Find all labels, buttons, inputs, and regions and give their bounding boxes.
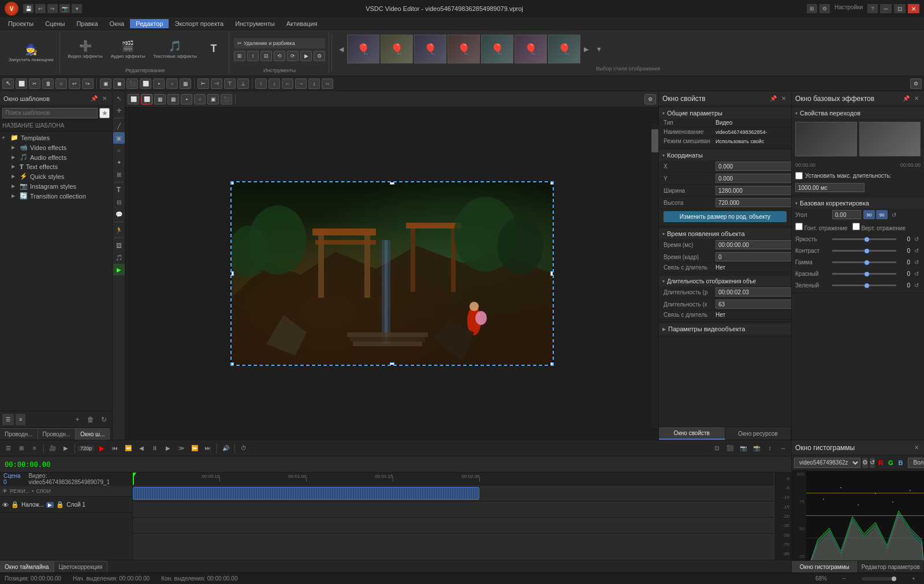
- gamma-reset[interactable]: ↺: [912, 258, 921, 266]
- video-frame[interactable]: [230, 181, 554, 366]
- tb-gear[interactable]: ⚙: [910, 78, 922, 89]
- qa-save[interactable]: 💾: [23, 4, 33, 13]
- tl-tb-back[interactable]: ⏮: [109, 443, 121, 454]
- tl-tb-volume[interactable]: 🔊: [220, 443, 232, 454]
- reflect-h-check[interactable]: [795, 223, 803, 230]
- vt-run[interactable]: 🏃: [113, 224, 125, 235]
- qa-undo[interactable]: ↩: [35, 4, 46, 13]
- hist-tab-params[interactable]: Редактор параметров: [858, 561, 925, 572]
- section-appear-header[interactable]: ▾ Время появления объекта: [659, 229, 791, 239]
- lt-del-icon[interactable]: 🗑: [85, 414, 96, 425]
- lt-btn-1[interactable]: ☰: [2, 414, 14, 425]
- prop-time-frame-input[interactable]: [716, 252, 791, 261]
- resize-handle-tr[interactable]: [550, 182, 553, 185]
- canvas-scrollbar-right[interactable]: [651, 123, 658, 428]
- effect-thumb-1[interactable]: [795, 122, 857, 156]
- tl-tb-fast[interactable]: ⏩: [189, 443, 200, 454]
- style-thumb-3[interactable]: 🎈: [414, 35, 446, 63]
- resize-handle-bl[interactable]: [232, 362, 234, 365]
- tb-cut[interactable]: ✂: [29, 78, 40, 89]
- qa-dropdown[interactable]: ▾: [72, 4, 82, 13]
- lt-refresh-icon[interactable]: ↻: [98, 414, 110, 425]
- canvas-tb-grid4[interactable]: ▫: [194, 94, 206, 104]
- minimize-btn[interactable]: ─: [880, 4, 892, 13]
- tree-item-templates[interactable]: ▾ 📁 Templates: [0, 133, 112, 143]
- tab-explorer1[interactable]: Проводн...: [0, 428, 38, 440]
- vt-transform[interactable]: ⊞: [113, 169, 125, 180]
- tab-colorcorrect[interactable]: Цветокоррекция: [54, 561, 108, 572]
- style-thumb-6[interactable]: 🎈: [515, 35, 547, 63]
- tl-tb-frame-prev[interactable]: ◀: [136, 443, 147, 454]
- tb-align4[interactable]: →: [295, 78, 307, 89]
- tb-shapes5[interactable]: ▪: [153, 78, 165, 89]
- window-something[interactable]: ⊞: [807, 4, 817, 13]
- green-reset[interactable]: ↺: [912, 281, 921, 289]
- track-clip-video[interactable]: [133, 487, 479, 500]
- status-zoom-out[interactable]: −: [839, 574, 850, 584]
- canvas-tb-grid3[interactable]: ▪: [181, 94, 192, 104]
- tb-connect2[interactable]: ⊣: [211, 78, 222, 89]
- ribbon-tb-5[interactable]: ⟳: [287, 51, 299, 61]
- tl-tb-1[interactable]: ☰: [2, 443, 14, 454]
- vt-circle[interactable]: ○: [113, 144, 125, 156]
- effect-thumb-2[interactable]: [859, 122, 921, 156]
- resize-handle-bm[interactable]: [390, 362, 394, 365]
- vt-move[interactable]: ✛: [113, 104, 125, 116]
- tl-tb-screen[interactable]: ⊡: [711, 443, 722, 454]
- maxdur-input[interactable]: [795, 183, 865, 192]
- tb-undo[interactable]: ↩: [69, 78, 80, 89]
- reflect-v-label[interactable]: Верт. отражение: [852, 223, 906, 231]
- qa-capture[interactable]: 📷: [59, 4, 70, 13]
- close-btn[interactable]: ✕: [908, 4, 919, 13]
- canvas-tb-grid5[interactable]: ▣: [207, 94, 219, 104]
- tl-layer-lock[interactable]: 🔒: [11, 501, 19, 508]
- reflect-h-label[interactable]: Гонт. отражение: [795, 223, 848, 231]
- tb-box[interactable]: ⬜: [16, 78, 27, 89]
- hist-channel-g[interactable]: G: [886, 459, 895, 466]
- tl-tb-collapse[interactable]: ↔: [777, 443, 789, 454]
- tree-item-text-effects[interactable]: ▶ T Text effects: [9, 162, 112, 171]
- angle-btn-1[interactable]: 90: [863, 210, 875, 219]
- canvas-content[interactable]: [125, 107, 658, 440]
- canvas-tb-rect1[interactable]: ⬜: [128, 94, 139, 104]
- style-thumb-1[interactable]: 🎈: [347, 35, 379, 63]
- tl-tb-play[interactable]: ▶: [96, 443, 107, 454]
- style-thumb-4[interactable]: 🎈: [448, 35, 480, 63]
- resize-handle-ml[interactable]: [232, 271, 234, 276]
- tl-tb-clock[interactable]: ⏱: [238, 443, 249, 454]
- section-coords-header[interactable]: ▾ Координаты: [659, 150, 791, 160]
- hist-btn-settings[interactable]: ⚙: [862, 458, 868, 468]
- props-pin[interactable]: 📌: [769, 95, 777, 103]
- menu-editor[interactable]: Редактор: [130, 19, 169, 28]
- section-transitions-header[interactable]: ▾ Свойства переходов: [792, 108, 924, 118]
- props-close[interactable]: ✕: [780, 95, 788, 103]
- menu-export[interactable]: Экспорт проекта: [169, 19, 229, 28]
- resize-handle-tm[interactable]: [390, 182, 394, 185]
- vt-play[interactable]: ▶: [113, 264, 125, 275]
- canvas-tb-grid2[interactable]: ▩: [167, 94, 179, 104]
- menu-tools[interactable]: Инструменты: [229, 19, 281, 28]
- tree-item-instagram[interactable]: ▶ 📷 Instagram styles: [9, 181, 112, 191]
- angle-input[interactable]: [832, 210, 861, 219]
- style-thumb-7[interactable]: 🎈: [548, 35, 580, 63]
- menu-activate[interactable]: Активация: [281, 19, 323, 28]
- scrollbar-thumb-v[interactable]: [651, 129, 658, 152]
- resize-btn[interactable]: Изменить размер по род. объекту: [664, 211, 787, 222]
- vt-image[interactable]: 🖼: [113, 239, 125, 251]
- tb-del[interactable]: 🗑: [42, 78, 54, 89]
- tl-tb-4[interactable]: 🎥: [47, 443, 58, 454]
- style-expand[interactable]: ▼: [592, 35, 606, 63]
- vt-subtitle[interactable]: ⊟: [113, 196, 125, 208]
- tree-item-audio-effects[interactable]: ▶ 🎵 Audio effects: [9, 152, 112, 162]
- canvas-tb-grid1[interactable]: ▦: [154, 94, 166, 104]
- section-correction-header[interactable]: ▾ Базовая корректировка: [792, 198, 924, 208]
- status-zoom-in[interactable]: +: [908, 574, 919, 584]
- ribbon-btn-wizard[interactable]: 🧙 Запустить помощник: [6, 42, 56, 65]
- resize-handle-mr[interactable]: [550, 271, 553, 276]
- maxdur-check-input[interactable]: [795, 172, 803, 179]
- restore-btn[interactable]: ⊡: [894, 4, 906, 13]
- prop-width-input[interactable]: [716, 186, 791, 195]
- ribbon-tb-2[interactable]: !: [247, 51, 259, 61]
- tree-item-video-effects[interactable]: ▶ 📹 Video effects: [9, 143, 112, 152]
- qa-redo[interactable]: ↪: [47, 4, 58, 13]
